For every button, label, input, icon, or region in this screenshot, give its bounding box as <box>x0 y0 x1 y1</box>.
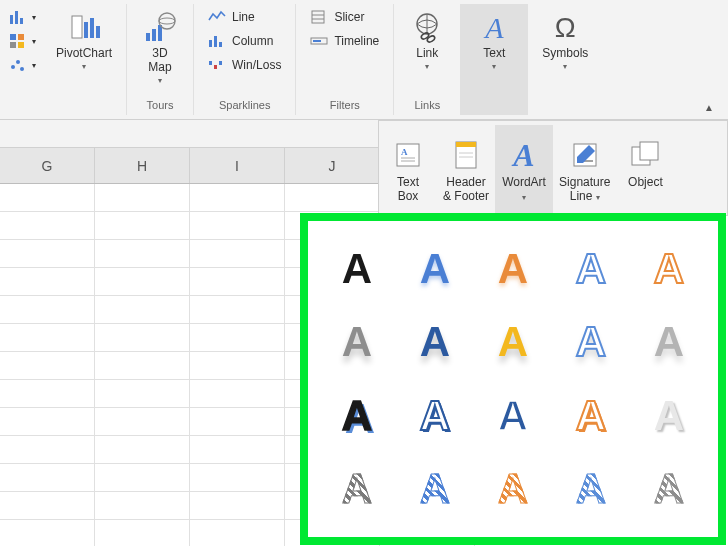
cell[interactable] <box>0 240 95 268</box>
cell[interactable] <box>95 408 190 436</box>
column-header-g[interactable]: G <box>0 148 95 183</box>
wordart-style-10[interactable]: A <box>636 313 702 373</box>
globe-icon <box>143 10 177 46</box>
wordart-style-15[interactable]: A <box>636 386 702 446</box>
cell[interactable] <box>0 436 95 464</box>
sparkline-line[interactable]: Line <box>202 6 287 28</box>
svg-rect-44 <box>640 142 658 160</box>
cell[interactable] <box>95 184 190 212</box>
chart-type-1[interactable]: ▾ <box>2 6 42 28</box>
cell[interactable] <box>190 240 285 268</box>
svg-rect-4 <box>18 34 24 40</box>
group-links: Link ▾ Links <box>394 4 461 115</box>
wordart-style-6[interactable]: A <box>324 313 390 373</box>
textbox-button[interactable]: A Text Box <box>379 125 437 215</box>
wordart-style-19[interactable]: A <box>558 460 624 520</box>
svg-rect-29 <box>313 40 321 42</box>
wordart-button[interactable]: A WordArt▾ <box>495 125 553 215</box>
cell[interactable] <box>95 492 190 520</box>
cell[interactable] <box>95 464 190 492</box>
cell[interactable] <box>190 212 285 240</box>
cell[interactable] <box>95 296 190 324</box>
wordart-style-5[interactable]: A <box>636 239 702 299</box>
sparkline-column[interactable]: Column <box>202 30 287 52</box>
object-button[interactable]: Object <box>616 125 674 215</box>
cell[interactable] <box>0 380 95 408</box>
timeline-button[interactable]: Timeline <box>304 30 385 52</box>
symbols-button[interactable]: Ω Symbols ▾ <box>536 6 594 75</box>
wordart-letter-icon: A <box>498 321 528 363</box>
slicer-button[interactable]: Slicer <box>304 6 385 28</box>
wordart-style-12[interactable]: A <box>402 386 468 446</box>
wordart-style-16[interactable]: A <box>324 460 390 520</box>
cell[interactable] <box>95 240 190 268</box>
wordart-style-2[interactable]: A <box>402 239 468 299</box>
signature-line-button[interactable]: Signature Line ▾ <box>553 125 616 215</box>
chevron-down-icon: ▾ <box>32 37 36 46</box>
wordart-style-1[interactable]: A <box>324 239 390 299</box>
wordart-style-4[interactable]: A <box>558 239 624 299</box>
cell[interactable] <box>95 380 190 408</box>
cell[interactable] <box>95 436 190 464</box>
wordart-letter-icon: A <box>576 248 606 290</box>
group-text: A Text ▾ <box>461 4 528 115</box>
cell[interactable] <box>95 268 190 296</box>
cell[interactable] <box>0 296 95 324</box>
wordart-style-7[interactable]: A <box>402 313 468 373</box>
chevron-down-icon: ▾ <box>522 193 526 202</box>
chart-type-3[interactable]: ▾ <box>2 54 42 76</box>
3d-map-button[interactable]: 3D Map ▾ <box>135 6 185 89</box>
cell[interactable] <box>190 268 285 296</box>
link-button[interactable]: Link ▾ <box>402 6 452 75</box>
sparkline-winloss-icon <box>208 56 226 74</box>
cell[interactable] <box>0 464 95 492</box>
chevron-down-icon: ▾ <box>563 62 567 71</box>
cell[interactable] <box>95 324 190 352</box>
text-dropdown-button[interactable]: A Text ▾ <box>469 6 519 75</box>
cell[interactable] <box>190 380 285 408</box>
cell[interactable] <box>0 492 95 520</box>
cell[interactable] <box>190 464 285 492</box>
wordart-style-17[interactable]: A <box>402 460 468 520</box>
cell[interactable] <box>190 324 285 352</box>
cell[interactable] <box>0 408 95 436</box>
cell[interactable] <box>0 268 95 296</box>
cell[interactable] <box>190 520 285 546</box>
column-header-i[interactable]: I <box>190 148 285 183</box>
wordart-style-8[interactable]: A <box>480 313 546 373</box>
cell[interactable] <box>190 296 285 324</box>
cell[interactable] <box>190 184 285 212</box>
wordart-style-11[interactable]: A <box>324 386 390 446</box>
wordart-style-13[interactable]: A <box>480 386 546 446</box>
cell[interactable] <box>190 352 285 380</box>
chart-type-2[interactable]: ▾ <box>2 30 42 52</box>
sparkline-winloss[interactable]: Win/Loss <box>202 54 287 76</box>
cell[interactable] <box>190 492 285 520</box>
column-header-h[interactable]: H <box>95 148 190 183</box>
pivotchart-button[interactable]: PivotChart ▾ <box>50 6 118 75</box>
cell[interactable] <box>0 212 95 240</box>
cell[interactable] <box>95 212 190 240</box>
header-footer-button[interactable]: Header & Footer <box>437 125 495 215</box>
cell[interactable] <box>0 324 95 352</box>
cell[interactable] <box>0 352 95 380</box>
cell[interactable] <box>190 408 285 436</box>
wordart-style-18[interactable]: A <box>480 460 546 520</box>
cell[interactable] <box>0 520 95 546</box>
cell[interactable] <box>95 520 190 546</box>
textbox-icon: A <box>392 134 424 176</box>
chevron-down-icon: ▾ <box>158 76 162 85</box>
cell[interactable] <box>285 184 380 212</box>
wordart-letter-icon: A <box>576 321 606 363</box>
3d-map-label: 3D Map <box>148 46 171 74</box>
wordart-style-3[interactable]: A <box>480 239 546 299</box>
wordart-letter-icon: A <box>498 468 528 510</box>
wordart-style-9[interactable]: A <box>558 313 624 373</box>
cell[interactable] <box>0 184 95 212</box>
collapse-ribbon-button[interactable]: ▲ <box>704 102 714 113</box>
wordart-style-20[interactable]: A <box>636 460 702 520</box>
cell[interactable] <box>190 436 285 464</box>
cell[interactable] <box>95 352 190 380</box>
column-header-j[interactable]: J <box>285 148 380 183</box>
wordart-style-14[interactable]: A <box>558 386 624 446</box>
